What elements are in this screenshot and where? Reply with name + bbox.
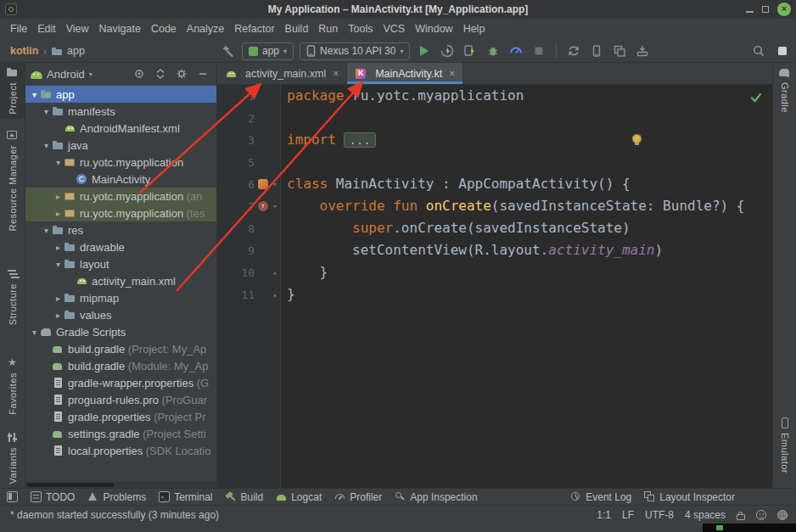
line-number[interactable]: 9 [217,244,255,257]
apply-code-changes-icon[interactable] [462,42,479,59]
line-number[interactable]: 6 [217,178,255,191]
menu-item-help[interactable]: Help [458,23,490,35]
line-number[interactable]: 7 [217,200,255,213]
maximize-button[interactable] [762,6,769,13]
code-line[interactable]: 6▾class MainActivity : AppCompatActivity… [217,173,772,195]
line-number[interactable]: 11 [217,288,255,301]
tree-collapsed-icon[interactable]: ▸ [53,209,64,218]
tree-row-app[interactable]: ▾app [25,86,216,103]
tree-collapsed-icon[interactable]: ▸ [53,192,64,201]
code-line[interactable]: 1package ru.yotc.myapplication [217,85,772,107]
menu-item-analyze[interactable]: Analyze [182,23,229,35]
device-manager-icon[interactable] [588,42,605,59]
tree-expanded-icon[interactable]: ▾ [53,260,64,269]
run-button[interactable] [416,42,433,59]
tree-row-ru-yotc-myapplication[interactable]: ▸ru.yotc.myapplication (tes [25,204,216,221]
tree-row-layout[interactable]: ▾layout [25,255,216,272]
menu-item-navigate[interactable]: Navigate [94,23,146,35]
code-line[interactable]: 9 setContentView(R.layout.activity_main) [217,239,772,261]
tool-button-profiler[interactable]: Profiler [334,491,382,503]
line-number[interactable]: 8 [217,222,255,235]
line-separator-widget[interactable]: LF [622,509,634,521]
tool-button-emulator[interactable]: Emulator [773,413,796,478]
intention-bulb-icon[interactable] [632,134,642,143]
breadcrumb-root[interactable]: kotlin [10,45,38,57]
tool-button-event-log[interactable]: Event Log [570,491,631,503]
breadcrumb-app[interactable]: app [67,45,85,57]
tool-button-project[interactable]: Project [0,63,25,119]
feedback-smiley-icon[interactable] [777,510,788,520]
profile-button[interactable] [507,42,524,59]
tree-expanded-icon[interactable]: ▾ [53,158,64,167]
line-number[interactable]: 5 [217,156,255,169]
chevron-down-icon[interactable]: ▾ [89,70,92,78]
tree-row-drawable[interactable]: ▸drawable [25,238,216,255]
line-number[interactable]: 2 [217,112,255,125]
tree-expanded-icon[interactable]: ▾ [41,226,52,235]
tool-window-switcher-icon[interactable] [7,491,18,502]
indent-widget[interactable]: 4 spaces [685,509,726,521]
menu-item-build[interactable]: Build [280,23,314,35]
tree-row-mipmap[interactable]: ▸mipmap [25,289,216,306]
tree-collapsed-icon[interactable]: ▸ [53,294,64,303]
tool-button-app-inspection[interactable]: App Inspection [395,491,477,503]
hide-panel-icon[interactable] [194,66,211,81]
tree-row-ru-yotc-myapplication[interactable]: ▸ru.yotc.myapplication (an [25,188,216,204]
caret-position-widget[interactable]: 1:1 [597,509,611,521]
gear-icon[interactable] [173,66,190,81]
encoding-widget[interactable]: UTF-8 [645,509,674,521]
menu-item-tools[interactable]: Tools [343,23,378,35]
tree-row-gradle-wrapper-properties[interactable]: gradle-wrapper.properties (G [25,374,216,391]
tree-row-local-properties[interactable]: local.properties (SDK Locatio [25,442,216,459]
minimize-button[interactable] [746,11,754,13]
tree-expanded-icon[interactable]: ▾ [41,107,52,116]
code-line[interactable]: 7▾ override fun onCreate(savedInstanceSt… [217,195,772,217]
search-everywhere-icon[interactable] [750,42,767,59]
code-line[interactable]: 2 [217,107,772,129]
close-tab-icon[interactable]: × [449,68,455,80]
notifications-icon[interactable] [774,42,791,59]
line-number[interactable]: 3 [217,134,255,147]
tool-button-problems[interactable]: Problems [87,491,146,503]
line-number[interactable]: 1 [217,90,255,103]
tab-mainactivity-kt[interactable]: MainActivity.kt× [347,63,463,84]
sdk-manager-icon[interactable] [634,42,651,59]
close-button[interactable]: × [777,3,791,16]
menu-item-window[interactable]: Window [410,23,457,35]
tree-row-mainactivity[interactable]: MainActivity [25,171,216,188]
tree-row-ru-yotc-myapplication[interactable]: ▾ru.yotc.myapplication [25,154,216,171]
tree-row-settings-gradle[interactable]: settings.gradle (Project Setti [25,425,216,442]
tree-row-androidmanifest-xml[interactable]: AndroidManifest.xml [25,120,216,137]
tree-row-gradle-scripts[interactable]: ▾Gradle Scripts [25,323,216,340]
tree-expanded-icon[interactable]: ▾ [29,328,40,337]
tree-row-java[interactable]: ▾java [25,137,216,154]
tree-row-manifests[interactable]: ▾manifests [25,103,216,120]
tree-expanded-icon[interactable]: ▾ [29,90,40,99]
code-line[interactable]: 3import ... [217,129,772,151]
tree-expanded-icon[interactable]: ▾ [41,141,52,150]
tree-collapsed-icon[interactable]: ▸ [53,243,64,252]
tool-button-build[interactable]: Build [226,491,264,503]
fold-marker-icon[interactable]: ▴ [270,268,280,277]
menu-item-run[interactable]: Run [313,23,343,35]
class-gutter-icon[interactable] [258,179,268,189]
readonly-lock-icon[interactable] [737,514,745,520]
tree-row-proguard-rules-pro[interactable]: proguard-rules.pro (ProGuar [25,391,216,408]
tool-button-gradle[interactable]: Gradle [773,63,796,117]
tool-button-favorites[interactable]: Favorites [0,353,25,419]
scrollbar-thumb[interactable] [27,483,114,487]
tree-row-build-gradle[interactable]: build.gradle (Project: My_Ap [25,340,216,357]
menu-item-code[interactable]: Code [146,23,182,35]
code-line[interactable]: 11▴} [217,283,772,305]
tree-row-build-gradle[interactable]: build.gradle (Module: My_Ap [25,357,216,374]
menu-item-vcs[interactable]: VCS [378,23,410,35]
menu-item-file[interactable]: File [5,23,32,35]
ide-status-icon[interactable] [756,510,766,520]
tree-collapsed-icon[interactable]: ▸ [53,311,64,320]
fold-marker-icon[interactable]: ▾ [270,180,280,188]
fold-marker-icon[interactable]: ▾ [270,202,280,210]
menu-item-refactor[interactable]: Refactor [229,23,279,35]
tree-row-activity-main-xml[interactable]: activity_main.xml [25,272,216,289]
code-line[interactable]: 8 super.onCreate(savedInstanceState) [217,217,772,239]
line-number[interactable]: 10 [217,266,255,279]
